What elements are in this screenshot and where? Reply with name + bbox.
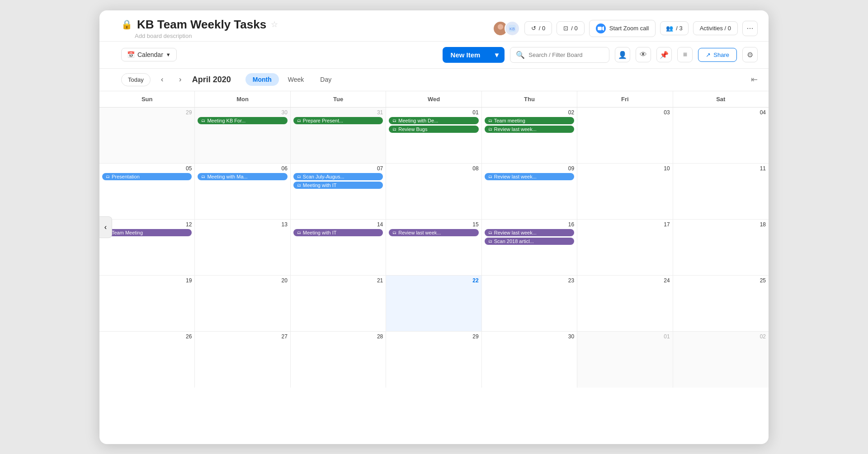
col-sat: Sat <box>673 91 769 107</box>
cal-cell[interactable]: 28 <box>291 332 386 388</box>
cal-week-2: 12🗂Team Meeting1314🗂Meeting with IT15🗂Re… <box>99 220 769 276</box>
cal-cell[interactable]: 04 <box>673 108 769 163</box>
avatar-badge[interactable]: KB <box>505 21 520 36</box>
cal-cell[interactable]: 29 <box>99 108 195 163</box>
chip-icon: 🗂 <box>297 183 301 187</box>
cell-date: 04 <box>676 109 766 116</box>
cal-cell[interactable]: 15🗂Review last week... <box>386 220 481 275</box>
cal-cell[interactable]: 11 <box>673 164 769 219</box>
cal-cell[interactable]: 27 <box>195 332 290 388</box>
redo-button[interactable]: ⊡ / 0 <box>557 21 584 35</box>
cal-cell[interactable]: 01🗂Meeting with De...🗂Review Bugs <box>386 108 481 163</box>
cal-cell[interactable]: 01 <box>577 332 673 388</box>
cal-cell[interactable]: 09🗂Review last week... <box>482 164 577 219</box>
eye-filter-icon[interactable]: 👁 <box>636 47 651 62</box>
cal-cell[interactable]: 30🗂Meeting KB For... <box>195 108 290 163</box>
board-description[interactable]: Add board description <box>135 33 487 39</box>
avatar-group[interactable]: KB <box>493 21 520 36</box>
event-chip[interactable]: 🗂Presentation <box>102 173 192 180</box>
cal-cell[interactable]: 30 <box>482 332 577 388</box>
cal-cell[interactable]: 13 <box>195 220 290 275</box>
pin-icon[interactable]: 📌 <box>656 47 672 62</box>
members-button[interactable]: 👥 / 3 <box>660 21 688 35</box>
new-item-arrow-icon[interactable]: ▼ <box>489 47 505 63</box>
collapse-icon[interactable]: ⇤ <box>751 75 758 84</box>
cal-cell[interactable]: 19 <box>99 276 195 331</box>
cal-cell[interactable]: 16🗂Review last week...🗂Scan 2018 articl.… <box>482 220 577 275</box>
chip-icon: 🗂 <box>201 118 205 123</box>
cal-cell[interactable]: 31🗂Prepare Present... <box>291 108 386 163</box>
next-month-button[interactable]: › <box>174 73 187 86</box>
star-icon[interactable]: ☆ <box>271 19 278 29</box>
event-chip[interactable]: 🗂Review Bugs <box>389 126 478 133</box>
activities-button[interactable]: Activities / 0 <box>693 21 738 35</box>
tab-month[interactable]: Month <box>245 73 279 86</box>
cell-date: 21 <box>293 277 383 284</box>
cal-cell[interactable]: 23 <box>482 276 577 331</box>
undo-button[interactable]: ↺ / 0 <box>524 21 552 35</box>
cal-cell[interactable]: 02🗂Team meeting🗂Review last week... <box>482 108 577 163</box>
chip-label: Meeting with De... <box>398 118 438 123</box>
cal-cell[interactable]: 05🗂Presentation <box>99 164 195 219</box>
filter-icon[interactable]: ≡ <box>677 47 693 62</box>
cal-cell[interactable]: 07🗂Scan July-Augus...🗂Meeting with IT <box>291 164 386 219</box>
tab-week[interactable]: Week <box>281 73 311 86</box>
cal-cell[interactable]: 29 <box>386 332 481 388</box>
event-chip[interactable]: 🗂Review last week... <box>389 229 478 236</box>
new-item-label: New Item <box>443 47 489 63</box>
event-chip[interactable]: 🗂Scan July-Augus... <box>293 173 383 180</box>
search-input[interactable] <box>528 51 604 58</box>
event-chip[interactable]: 🗂Meeting with De... <box>389 117 478 124</box>
calendar-icon: 📅 <box>127 51 135 58</box>
cell-date: 27 <box>198 333 287 340</box>
chip-label: Meeting with Ma... <box>207 174 247 179</box>
cal-cell[interactable]: 21 <box>291 276 386 331</box>
new-item-button[interactable]: New Item ▼ <box>443 47 505 63</box>
event-chip[interactable]: 🗂Prepare Present... <box>293 117 383 124</box>
today-button[interactable]: Today <box>121 73 151 86</box>
sidebar-toggle[interactable]: ‹ <box>99 216 112 238</box>
cal-cell[interactable]: 20 <box>195 276 290 331</box>
event-chip[interactable]: 🗂Team meeting <box>485 117 574 124</box>
event-chip[interactable]: 🗂Meeting KB For... <box>198 117 287 124</box>
members-label: / 3 <box>676 25 682 32</box>
cal-cell[interactable]: 26 <box>99 332 195 388</box>
prev-month-button[interactable]: ‹ <box>156 73 169 86</box>
cal-cell[interactable]: 14🗂Meeting with IT <box>291 220 386 275</box>
search-box[interactable]: 🔍 <box>510 47 609 63</box>
event-chip[interactable]: 🗂Meeting with Ma... <box>198 173 287 180</box>
cal-cell[interactable]: 06🗂Meeting with Ma... <box>195 164 290 219</box>
cal-cell[interactable]: 18 <box>673 220 769 275</box>
event-chip[interactable]: 🗂Team Meeting <box>102 229 192 236</box>
col-thu: Thu <box>482 91 577 107</box>
header-left: 🔒 KB Team Weekly Tasks ☆ Add board descr… <box>121 18 487 39</box>
cal-cell[interactable]: 12🗂Team Meeting <box>99 220 195 275</box>
col-tue: Tue <box>291 91 386 107</box>
chip-icon: 🗂 <box>106 174 110 179</box>
cal-cell[interactable]: 17 <box>577 220 673 275</box>
cal-cell[interactable]: 24 <box>577 276 673 331</box>
cal-cell[interactable]: 25 <box>673 276 769 331</box>
event-chip[interactable]: 🗂Review last week... <box>485 126 574 133</box>
event-chip[interactable]: 🗂Review last week... <box>485 173 574 180</box>
cal-cell[interactable]: 03 <box>577 108 673 163</box>
tab-day[interactable]: Day <box>313 73 339 86</box>
toolbar: 📅 Calendar ▼ New Item ▼ 🔍 👤 👁 📌 ≡ ↗ Shar <box>99 42 769 69</box>
cell-date: 05 <box>102 165 192 172</box>
cell-date: 20 <box>198 277 287 284</box>
zoom-call-button[interactable]: Start Zoom call <box>589 20 656 37</box>
event-chip[interactable]: 🗂Meeting with IT <box>293 182 383 189</box>
calendar-selector[interactable]: 📅 Calendar ▼ <box>121 48 177 61</box>
more-button[interactable]: ··· <box>742 21 758 36</box>
cal-cell[interactable]: 10 <box>577 164 673 219</box>
person-filter-icon[interactable]: 👤 <box>615 47 630 62</box>
settings-icon[interactable]: ⚙ <box>742 47 758 62</box>
cal-cell[interactable]: 22 <box>386 276 481 331</box>
cell-date: 14 <box>293 221 383 228</box>
event-chip[interactable]: 🗂Scan 2018 articl... <box>485 238 574 245</box>
event-chip[interactable]: 🗂Review last week... <box>485 229 574 236</box>
event-chip[interactable]: 🗂Meeting with IT <box>293 229 383 236</box>
cal-cell[interactable]: 08 <box>386 164 481 219</box>
cal-cell[interactable]: 02 <box>673 332 769 388</box>
share-button[interactable]: ↗ Share <box>698 48 737 62</box>
